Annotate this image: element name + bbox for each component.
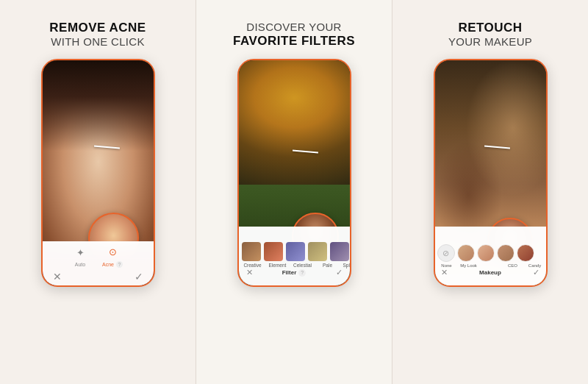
acne-title-row: Acne ? xyxy=(102,261,123,268)
acne-tools-row: ✦ Auto ⊙ Acne ? xyxy=(73,245,123,268)
makeup-thumb-3[interactable] xyxy=(477,244,495,262)
acne-actions-row: ✕ ✓ xyxy=(43,271,154,282)
acne-label: Acne xyxy=(102,262,114,267)
filter-label-4: Pale xyxy=(315,263,340,268)
makeup-strip: ⊘ None My Look CEO Candy ✕ xyxy=(435,227,546,285)
makeup-thumb-ceo[interactable] xyxy=(497,244,514,262)
filter-thumb-1[interactable] xyxy=(242,242,261,261)
filter-strip: Creative Element Celestial Pale Splendor… xyxy=(239,227,350,285)
filter-thumb-3[interactable] xyxy=(286,242,305,261)
makeup-thumb-candy[interactable] xyxy=(517,244,534,262)
acne-icon: ⊙ xyxy=(105,245,120,260)
filter-thumb-4[interactable] xyxy=(308,242,327,261)
app-container: REMOVE ACNE WITH ONE CLICK xyxy=(0,0,588,384)
filter-thumbnails-row xyxy=(239,242,350,261)
filter-label-2: Element xyxy=(265,263,290,268)
panel-2-title-line2: FAVORITE FILTERS xyxy=(233,34,355,49)
filter-confirm-icon[interactable]: ✓ xyxy=(336,268,350,277)
filter-question-icon[interactable]: ? xyxy=(298,269,306,277)
phone-1-wrapper: ✦ Auto ⊙ Acne ? ✕ ✓ xyxy=(35,59,160,384)
phone-2-frame: Creative Element Celestial Pale Splendor… xyxy=(237,59,351,287)
makeup-labels-row: None My Look CEO Candy xyxy=(435,262,546,268)
acne-tool-auto[interactable]: ✦ Auto xyxy=(73,246,87,267)
panel-retouch-makeup: RETOUCH YOUR MAKEUP ⊘ xyxy=(392,0,588,384)
filter-cancel-icon[interactable]: ✕ xyxy=(239,268,253,277)
panel-3-title-line2: YOUR MAKEUP xyxy=(448,35,532,49)
acne-confirm-icon[interactable]: ✓ xyxy=(135,271,143,282)
filter-title-row: ✕ Filter ? ✓ xyxy=(239,268,350,280)
hair-overlay xyxy=(43,60,154,150)
filter-thumb-5[interactable] xyxy=(330,242,349,261)
auto-label: Auto xyxy=(75,262,85,267)
makeup-confirm-icon[interactable]: ✓ xyxy=(533,268,545,277)
acne-strip: ✦ Auto ⊙ Acne ? ✕ ✓ xyxy=(43,241,154,285)
panel-remove-acne: REMOVE ACNE WITH ONE CLICK xyxy=(0,0,196,384)
filter-label-5: Splendor xyxy=(340,263,351,268)
panel-discover-filters: DISCOVER YOUR FAVORITE FILTERS xyxy=(196,0,392,384)
acne-cancel-icon[interactable]: ✕ xyxy=(53,271,62,282)
panel-1-title-line2: WITH ONE CLICK xyxy=(51,35,145,49)
makeup-thumbnails-row: ⊘ xyxy=(435,244,546,262)
filter-labels-row: Creative Element Celestial Pale Splendor xyxy=(239,261,350,268)
makeup-cancel-icon[interactable]: ✕ xyxy=(435,268,448,277)
auto-icon: ✦ xyxy=(73,246,87,260)
filter-label-3: Celestial xyxy=(290,263,315,268)
makeup-title-text: Makeup xyxy=(479,269,501,276)
panel-2-title-line1: DISCOVER YOUR xyxy=(246,21,341,34)
phone-3-wrapper: ⊘ None My Look CEO Candy ✕ xyxy=(428,59,553,384)
makeup-thumb-mylook[interactable] xyxy=(457,244,475,262)
panel-1-title-line1: REMOVE ACNE xyxy=(49,21,146,35)
phone-1-frame: ✦ Auto ⊙ Acne ? ✕ ✓ xyxy=(41,59,155,287)
arrow-indicator-3 xyxy=(485,142,510,152)
makeup-title-row: ✕ Makeup ✓ xyxy=(435,268,546,280)
panel-3-title-line1: RETOUCH xyxy=(458,21,522,35)
phone-2-wrapper: Creative Element Celestial Pale Splendor… xyxy=(232,59,356,384)
acne-tool-acne[interactable]: ⊙ Acne ? xyxy=(102,245,123,268)
filter-label-1: Creative xyxy=(240,263,265,268)
filter-thumb-2[interactable] xyxy=(264,242,283,261)
arrow-indicator-2 xyxy=(293,146,318,157)
filter-title-text: Filter xyxy=(282,269,297,276)
phone-3-frame: ⊘ None My Look CEO Candy ✕ xyxy=(434,59,548,287)
acne-question[interactable]: ? xyxy=(116,261,123,268)
makeup-thumb-none[interactable]: ⊘ xyxy=(437,244,455,262)
